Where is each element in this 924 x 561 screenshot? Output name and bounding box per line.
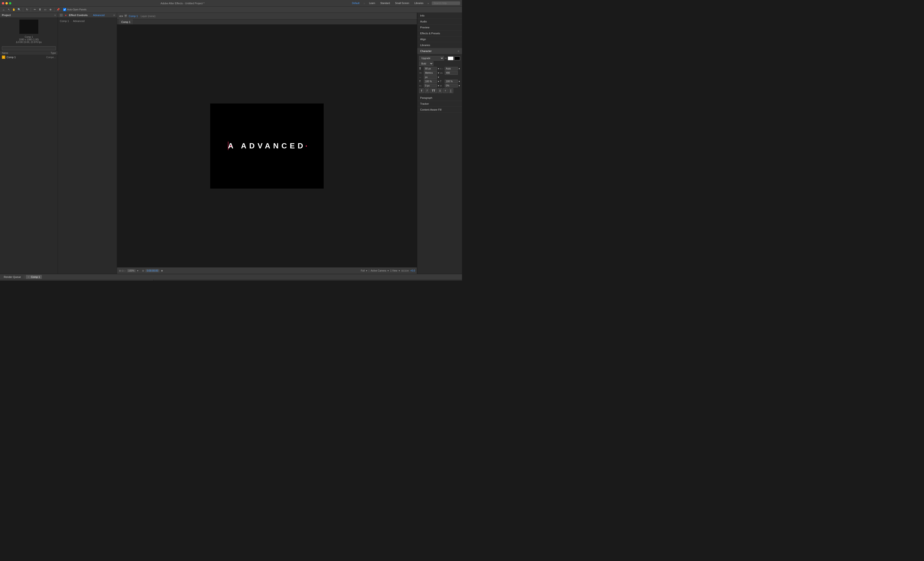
kerning-input[interactable] <box>445 71 458 75</box>
edit-font-icon[interactable]: ✏ <box>445 57 447 60</box>
close-button[interactable] <box>2 2 4 4</box>
char-font-row: Upgrade ✏ <box>419 56 460 60</box>
col-name-header: Name <box>2 52 42 54</box>
panel-menu-icon[interactable]: ≡ <box>54 14 56 16</box>
composition-header: ◀ ▶ 🎬 Comp 1 Layer (none) <box>117 13 417 19</box>
workspace-bar: Default ≡ Learn Standard Small Screen Li… <box>351 1 460 5</box>
size-icon: T <box>419 67 423 70</box>
comp1-type: Compe... <box>42 56 56 58</box>
ec-comp-label: Comp 1 <box>60 19 69 22</box>
metrics-input[interactable] <box>424 71 437 75</box>
maximize-button[interactable] <box>9 2 11 4</box>
effect-controls-title: Effect Controls <box>69 14 88 16</box>
right-panel-paragraph[interactable]: Paragraph <box>417 95 462 101</box>
style-T1-btn[interactable]: T <box>419 88 424 93</box>
home-icon[interactable]: ⌂ <box>2 7 6 12</box>
char-menu-icon[interactable]: ≡ <box>458 50 459 52</box>
right-panel-tracker[interactable]: Tracker <box>417 101 462 107</box>
cursor-a <box>228 142 228 150</box>
vscale-input[interactable] <box>445 80 458 83</box>
pin-icon[interactable]: 📌 <box>56 7 60 12</box>
rotate-icon[interactable]: ↻ <box>25 7 29 12</box>
title-bar: Adobe After Effects - Untitled Project *… <box>0 0 462 7</box>
fill-color-swatch[interactable] <box>448 57 453 60</box>
sep3 <box>54 8 54 12</box>
project-search[interactable] <box>0 45 58 51</box>
offset-arrow: ▾ <box>438 84 439 87</box>
style-T4-btn[interactable]: T <box>443 88 448 93</box>
offset-icon: A↕ <box>419 85 423 87</box>
project-panel: Project ≡ Comp 1 1080 x 1080 (1.00) Δ 0:… <box>0 13 58 274</box>
hscale-arrow: ▾ <box>438 80 439 83</box>
style-T5-btn[interactable]: T <box>448 88 453 93</box>
timeline-right: 0s 01s 02s 03s 04s 05s 06s 07s 08s 09s 1… <box>154 280 462 280</box>
style-T3-btn[interactable]: T <box>438 88 442 93</box>
timeline-ruler: 0s 01s 02s 03s 04s 05s 06s 07s 08s 09s 1… <box>154 280 462 280</box>
auto-open-checkbox[interactable] <box>63 8 66 11</box>
green-offset: +0.0 <box>410 269 415 272</box>
help-search[interactable] <box>432 1 460 5</box>
workspace-small-screen[interactable]: Small Screen <box>394 1 410 5</box>
project-search-input[interactable] <box>2 46 56 50</box>
right-panel-character-header[interactable]: Character ≡ <box>417 48 462 54</box>
quality-label[interactable]: Full <box>361 269 364 272</box>
right-panel-align[interactable]: Align <box>417 36 462 42</box>
right-panel-info[interactable]: Info <box>417 13 462 19</box>
view-label[interactable]: Active Camera <box>371 269 386 272</box>
offset-input[interactable] <box>424 84 437 87</box>
shape-icon[interactable]: ▭ <box>43 7 47 12</box>
composition-viewer: A ADVANCED <box>117 25 417 267</box>
baseline-input[interactable] <box>424 75 437 79</box>
anchor-left <box>230 145 231 147</box>
composition-panel: ◀ ▶ 🎬 Comp 1 Layer (none) Comp 1 A ADVAN… <box>117 13 417 274</box>
composition-footer: ⊞ ⊡ □ 100% ▾ ⊞ 0:00:00:00 ⏺ Full ▾ | Act… <box>117 267 417 274</box>
comp1-tab[interactable]: × Comp 1 <box>26 275 42 279</box>
puppet-icon[interactable]: ⊕ <box>48 7 52 12</box>
right-panel-preview[interactable]: Preview <box>417 25 462 30</box>
render-queue-tab[interactable]: Render Queue <box>2 275 23 279</box>
project-item-comp1[interactable]: C Comp 1 Compe... <box>0 55 58 59</box>
tracking-input[interactable] <box>445 67 458 70</box>
style-select[interactable]: Bold <box>419 61 434 66</box>
zoom-level[interactable]: 100% <box>127 269 136 272</box>
style-T2-btn[interactable]: T <box>424 88 429 93</box>
timeline-controls: 0:00:00:00 🔍 ◁▷⊞⊡⊟ 8bpc 🗑 <box>0 280 153 280</box>
workspace-default[interactable]: Default <box>351 1 361 5</box>
workspace-learn[interactable]: Learn <box>368 1 376 5</box>
stroke-color-swatch[interactable] <box>454 57 460 60</box>
rotate-input[interactable] <box>445 84 458 87</box>
effect-controls-content: Comp 1 - Advanced <box>58 18 117 24</box>
workspace-standard[interactable]: Standard <box>379 1 391 5</box>
right-panel-effects-presets[interactable]: Effects & Presets <box>417 30 462 36</box>
comp-canvas: A ADVANCED <box>210 103 324 188</box>
tracking-icon: A↔ <box>440 67 444 70</box>
workspace-libraries[interactable]: Libraries <box>413 1 424 5</box>
zoom-icon[interactable]: 🔍 <box>17 7 21 12</box>
grid-icon: ⊞ <box>142 269 144 272</box>
tracking-arrow: ▾ <box>459 67 460 70</box>
project-preview <box>20 19 38 34</box>
comp-timecode[interactable]: 0:00:00:00 <box>146 269 159 272</box>
hscale-input[interactable] <box>424 80 437 83</box>
pen-icon[interactable]: ✏ <box>33 7 37 12</box>
minimize-button[interactable] <box>6 2 8 4</box>
comp-header-name: Comp 1 <box>129 15 138 18</box>
text-icon[interactable]: T <box>38 7 42 12</box>
font-size-input[interactable] <box>424 67 437 70</box>
ec-bullet: ● <box>65 14 67 16</box>
hand-icon[interactable]: ✋ <box>12 7 16 12</box>
metrics-icon: VA <box>419 72 423 74</box>
project-header-icons: ≡ <box>54 14 56 16</box>
effect-controls-panel: ● Effect Controls · Advanced ≡ Comp 1 - … <box>58 13 117 274</box>
right-panel-libraries[interactable]: Libraries <box>417 42 462 48</box>
views-label[interactable]: 1 View <box>390 269 397 272</box>
comp-tab[interactable]: Comp 1 <box>119 19 133 24</box>
baseline-arrow: ▾ <box>438 76 439 78</box>
select-icon[interactable]: ↖ <box>7 7 11 12</box>
style-TT-btn[interactable]: TT <box>430 88 437 93</box>
comp-tab-bar: Comp 1 <box>117 19 417 25</box>
right-panel-content-aware[interactable]: Content-Aware Fill <box>417 107 462 113</box>
right-panel-audio[interactable]: Audio <box>417 19 462 25</box>
font-select[interactable]: Upgrade <box>419 56 444 60</box>
ec-menu-icon[interactable]: ≡ <box>114 14 115 16</box>
